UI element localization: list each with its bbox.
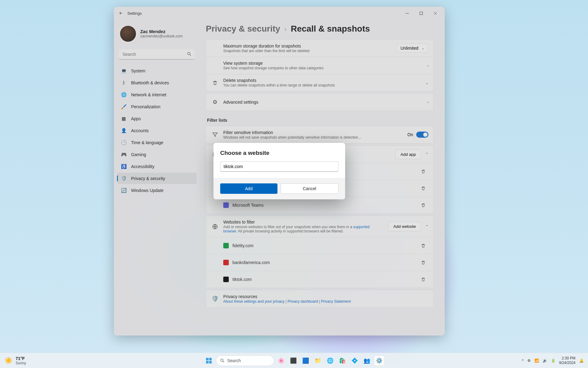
settings-window: Settings Zac Mendez zacmendez@outlook.co… <box>114 7 445 335</box>
taskbar-teams[interactable]: 👥 <box>362 355 372 366</box>
tray-volume-icon[interactable]: 🔊 <box>543 358 547 363</box>
taskbar-copilot[interactable]: 🟦 <box>300 355 311 366</box>
dialog-title: Choose a website <box>220 150 338 156</box>
choose-website-dialog: Choose a website Add Cancel <box>213 143 345 199</box>
svg-rect-6 <box>206 361 209 363</box>
taskbar-explorer[interactable]: 📁 <box>313 355 323 366</box>
taskbar-settings[interactable]: ⚙️ <box>374 355 384 366</box>
website-url-input[interactable] <box>220 161 338 172</box>
taskbar-task-view[interactable]: ⬛ <box>288 355 299 366</box>
tray-wifi-icon[interactable]: 📶 <box>534 358 539 363</box>
tray-battery-icon[interactable]: 🔋 <box>551 358 556 363</box>
start-button[interactable] <box>204 355 214 366</box>
taskbar: ☀️ 71°F Sunny Search 🌸 ⬛ 🟦 📁 🌐 🛍️ 💠 👥 ⚙️… <box>0 353 588 368</box>
dialog-add-button[interactable]: Add <box>220 183 277 194</box>
svg-rect-7 <box>209 361 212 363</box>
taskbar-clock[interactable]: 2:30 PM 9/24/2024 <box>559 356 575 365</box>
taskbar-app-2[interactable]: 💠 <box>349 355 360 366</box>
taskbar-search[interactable]: Search <box>216 355 274 366</box>
svg-rect-4 <box>206 358 209 360</box>
taskbar-store[interactable]: 🛍️ <box>337 355 348 366</box>
tray-notifications-icon[interactable]: 🔔 <box>579 358 584 363</box>
taskbar-app-1[interactable]: 🌸 <box>276 355 286 366</box>
tray-chevron-up-icon[interactable]: ^ <box>522 358 524 363</box>
svg-point-8 <box>221 359 223 361</box>
taskbar-edge[interactable]: 🌐 <box>325 355 335 366</box>
taskbar-weather[interactable]: ☀️ 71°F Sunny <box>4 356 26 365</box>
tray-icon-1[interactable]: ⚙ <box>527 358 531 363</box>
svg-rect-5 <box>209 358 212 360</box>
dialog-cancel-button[interactable]: Cancel <box>281 183 338 194</box>
